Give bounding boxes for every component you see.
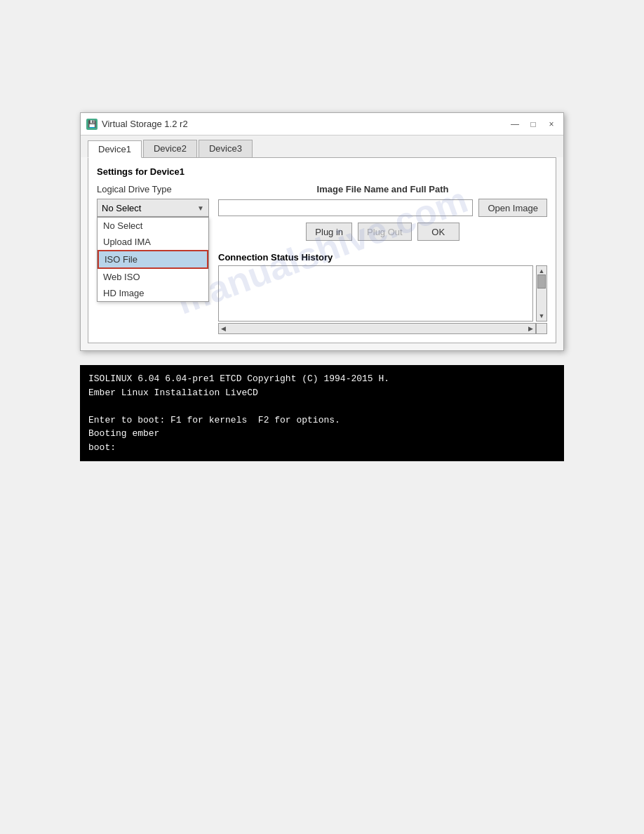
settings-title: Settings for Device1 (97, 166, 547, 177)
dropdown-wrapper: No Select ▼ No Select Upload IMA (97, 199, 209, 217)
window-titlebar: 💾 Virtual Storage 1.2 r2 — □ × (81, 113, 563, 135)
virtual-storage-window: 💾 Virtual Storage 1.2 r2 — □ × Device1 D… (80, 112, 564, 351)
horizontal-scrollbar[interactable]: ◀ ▶ (218, 323, 536, 334)
hscroll-left-arrow[interactable]: ◀ (219, 325, 228, 332)
tab-device3[interactable]: Device3 (199, 140, 253, 157)
scroll-track (537, 274, 546, 312)
scroll-corner (536, 323, 547, 334)
tab-device2[interactable]: Device2 (143, 140, 197, 157)
status-section: Connection Status History ▲ ▼ (218, 252, 547, 334)
terminal-line-0: ISOLINUX 6.04 6.04-pre1 ETCD Copyright (… (88, 372, 556, 386)
open-image-button[interactable]: Open Image (478, 199, 547, 217)
dropdown-item-hdimage[interactable]: HD Image (98, 285, 208, 301)
window-title-text: Virtual Storage 1.2 r2 (102, 119, 188, 129)
terminal: ISOLINUX 6.04 6.04-pre1 ETCD Copyright (… (80, 365, 564, 461)
scroll-down-arrow[interactable]: ▼ (539, 312, 545, 319)
dropdown-button[interactable]: No Select ▼ (97, 199, 209, 217)
tab-bar: Device1 Device2 Device3 (81, 135, 563, 157)
status-text-box (218, 265, 533, 322)
main-grid: Logical Drive Type No Select ▼ No Select (97, 184, 547, 334)
page-wrapper: 💾 Virtual Storage 1.2 r2 — □ × Device1 D… (0, 0, 644, 834)
status-label: Connection Status History (218, 252, 547, 263)
left-column: Logical Drive Type No Select ▼ No Select (97, 184, 213, 217)
window-controls: — □ × (509, 118, 558, 131)
dropdown-arrow-icon: ▼ (197, 204, 204, 212)
plug-in-button[interactable]: Plug in (306, 223, 352, 241)
dropdown-item-isofile[interactable]: ISO File (98, 250, 208, 269)
horizontal-scrollbar-row: ◀ ▶ (218, 323, 547, 334)
hscroll-right-arrow[interactable]: ▶ (526, 325, 535, 332)
right-column: Image File Name and Full Path Open Image… (218, 184, 547, 334)
dropdown-item-uploadima[interactable]: Upload IMA (98, 234, 208, 250)
window-app-icon: 💾 (86, 119, 98, 130)
scroll-up-arrow[interactable]: ▲ (539, 267, 545, 274)
status-box-wrapper: ▲ ▼ (218, 265, 547, 322)
content-area: manualshive.com Settings for Device1 Log… (88, 157, 556, 343)
close-button[interactable]: × (545, 118, 558, 131)
window-title-left: 💾 Virtual Storage 1.2 r2 (86, 119, 188, 130)
image-file-row: Open Image (218, 199, 547, 217)
ok-button[interactable]: OK (417, 223, 459, 241)
terminal-line-4: Booting ember (88, 427, 556, 441)
dropdown-selected-value: No Select (102, 203, 141, 213)
dropdown-menu: No Select Upload IMA ISO File Web ISO (97, 217, 209, 302)
dropdown-item-webiso[interactable]: Web ISO (98, 269, 208, 285)
logical-drive-label: Logical Drive Type (97, 184, 213, 194)
terminal-line-3: Enter to boot: F1 for kernels F2 for opt… (88, 413, 556, 428)
vertical-scrollbar[interactable]: ▲ ▼ (536, 265, 547, 322)
dropdown-item-noselect[interactable]: No Select (98, 218, 208, 234)
terminal-line-5: boot: (88, 441, 556, 455)
action-buttons-row: Plug in Plug Out OK (218, 223, 547, 241)
image-file-label: Image File Name and Full Path (218, 184, 547, 194)
terminal-line-1: Ember Linux Installation LiveCD (88, 386, 556, 400)
terminal-line-2 (88, 399, 556, 413)
tab-device1[interactable]: Device1 (88, 140, 142, 158)
maximize-button[interactable]: □ (527, 118, 539, 131)
plug-out-button[interactable]: Plug Out (358, 223, 412, 241)
scroll-thumb[interactable] (537, 274, 546, 289)
image-file-section: Image File Name and Full Path Open Image (218, 184, 547, 217)
image-path-input[interactable] (218, 199, 473, 216)
minimize-button[interactable]: — (509, 118, 521, 131)
